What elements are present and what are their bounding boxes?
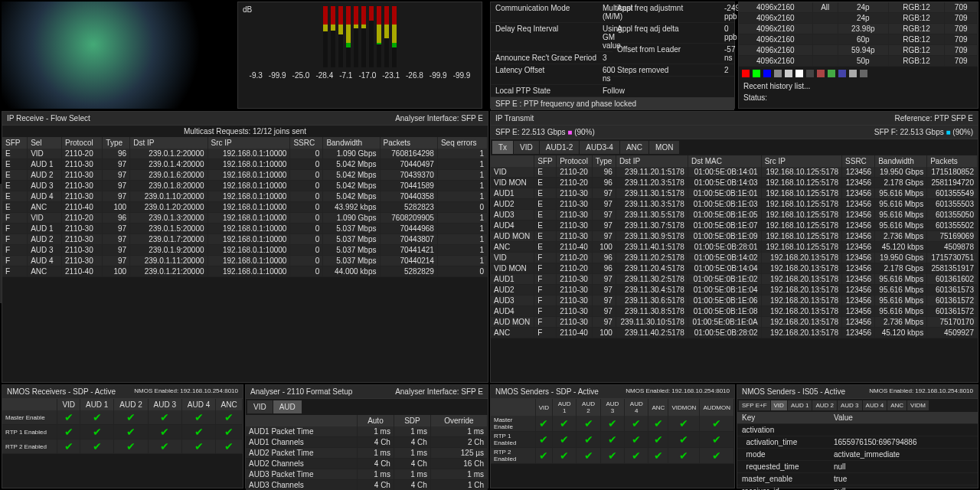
- check-icon: ✔: [224, 411, 234, 423]
- tab-anc[interactable]: ANC: [887, 400, 906, 410]
- format-row[interactable]: 4096x216060pRGB:12709: [739, 34, 978, 45]
- format-row[interactable]: 4096x216023.98pRGB:12709: [739, 24, 978, 34]
- ip-transmit-panel: IP TransmitReference: PTP SFP E SFP E: 2…: [490, 111, 978, 383]
- check-icon: ✔: [608, 417, 617, 430]
- tab-vidm[interactable]: VIDM: [907, 400, 929, 410]
- check-icon: ✔: [712, 433, 721, 446]
- tx-row[interactable]: VIDF2110-2096239.11.20.2:517801:00:5E:0B…: [491, 253, 978, 263]
- check-icon: ✔: [194, 426, 204, 438]
- tx-row[interactable]: AUD2E2110-3097239.11.30.3:517801:00:5E:0…: [491, 199, 978, 210]
- flow-row[interactable]: EAUD 42110-3097239.0.1.10:20000192.168.0…: [2, 191, 488, 202]
- db-label: dB: [243, 5, 252, 14]
- nmos-receivers-panel: NMOS Receivers - SDP - ActiveNMOS Enable…: [2, 384, 243, 488]
- check-icon: ✔: [194, 411, 204, 423]
- iptx-title: IP Transmit: [495, 114, 534, 122]
- check-icon: ✔: [679, 433, 688, 446]
- format-row[interactable]: 4096x216024pRGB:12709: [739, 13, 978, 24]
- format-row[interactable]: 4096x2160All24pRGB:12709: [739, 2, 978, 13]
- audio-meter: [392, 6, 397, 67]
- format-row[interactable]: AUD1 Channels4 Ch4 Ch2 Ch: [246, 437, 488, 448]
- status-label: Status:: [739, 92, 978, 103]
- check-icon: ✔: [560, 433, 569, 446]
- tx-row[interactable]: ANCF2110-40100239.11.40.2:517801:00:5E:0…: [491, 328, 978, 338]
- audio-meter: [331, 6, 335, 67]
- history-dropdown[interactable]: Recent history list...: [739, 80, 978, 92]
- iprecv-table: SFPSelProtocolTypeDst IPSrc IPSSRCBandwi…: [2, 137, 488, 277]
- check-icon: ✔: [654, 417, 663, 430]
- tx-row[interactable]: AUD4E2110-3097239.11.30.7:517801:00:5E:0…: [491, 220, 978, 231]
- check-icon: ✔: [712, 449, 721, 462]
- format-row[interactable]: 4096x216050pRGB:12709: [739, 56, 978, 67]
- multicast-status: Multicast Requests: 12/12 joins sent: [2, 126, 488, 137]
- audio-meter: [346, 6, 351, 67]
- format-row[interactable]: AUD1 Packet Time1 ms1 ms1 ms: [246, 426, 488, 437]
- tab-aud[interactable]: AUD: [273, 400, 302, 413]
- format-row[interactable]: AUD2 Channels4 Ch4 Ch16 Ch: [246, 459, 488, 469]
- tx-row[interactable]: AUD1E2110-3097239.11.30.1:517801:00:5E:0…: [491, 188, 978, 199]
- check-icon: ✔: [584, 417, 593, 430]
- check-icon: ✔: [712, 417, 721, 430]
- color-swatches: [739, 67, 978, 80]
- check-icon: ✔: [539, 417, 548, 430]
- is05-panel: NMOS Senders - IS05 - ActiveNMOS Enabled…: [737, 384, 978, 488]
- tx-row[interactable]: VID MONE2110-2096239.11.20.3:517801:00:5…: [491, 178, 978, 188]
- flow-row[interactable]: EAUD 12110-3097239.0.1.4:20000192.168.0.…: [2, 159, 488, 170]
- tab-tx[interactable]: Tx: [492, 141, 513, 154]
- format-row[interactable]: AUD3 Channels4 Ch4 Ch1 Ch: [246, 480, 488, 491]
- iprecv-iface: Analyser Interface: SFP E: [395, 114, 483, 122]
- tx-row[interactable]: AUD3E2110-3097239.11.30.5:517801:00:5E:0…: [491, 210, 978, 220]
- tab-aud 2[interactable]: AUD 2: [812, 400, 837, 410]
- nmos-senders-panel: NMOS Senders - SDP - ActiveNMOS Enabled:…: [490, 384, 735, 488]
- tab-sfp e+f[interactable]: SFP E+F: [739, 400, 770, 410]
- audio-meter: [323, 6, 328, 67]
- check-icon: ✔: [126, 426, 136, 438]
- tab-aud3-4[interactable]: AUD3-4: [580, 141, 619, 154]
- check-icon: ✔: [64, 426, 74, 438]
- tab-vid[interactable]: VID: [514, 141, 539, 154]
- check-icon: ✔: [126, 411, 136, 423]
- format-row[interactable]: AUD3 Packet Time1 ms1 ms1 ms: [246, 469, 488, 480]
- flow-row[interactable]: FAUD 22110-3097239.0.1.7:20000192.168.0.…: [2, 234, 488, 245]
- format-row[interactable]: 4096x216059.94pRGB:12709: [739, 45, 978, 56]
- tab-aud 3[interactable]: AUD 3: [838, 400, 862, 410]
- flow-row[interactable]: EAUD 32110-3097239.0.1.8:20000192.168.0.…: [2, 181, 488, 191]
- flow-row[interactable]: EVID2110-2096239.0.1.2:20000192.168.0.1:…: [2, 149, 488, 159]
- iprecv-title: IP Receive - Flow Select: [7, 114, 90, 122]
- audio-meter: [354, 6, 358, 67]
- formats-panel: 4096x2160All24pRGB:127094096x216024pRGB:…: [738, 2, 978, 109]
- flow-row[interactable]: EAUD 22110-3097239.0.1.6:20000192.168.0.…: [2, 170, 488, 181]
- tx-row[interactable]: AUD4F2110-3097239.11.30.8:517801:00:5E:0…: [491, 306, 978, 317]
- flow-row[interactable]: FAUD 12110-3097239.0.1.5:20000192.168.0.…: [2, 224, 488, 234]
- check-icon: ✔: [608, 433, 617, 446]
- flow-row[interactable]: FVID2110-2096239.0.1.3:20000192.168.0.1:…: [2, 213, 488, 224]
- check-icon: ✔: [64, 411, 74, 423]
- flow-row[interactable]: EANC2110-40100239.0.1.20:20000192.168.0.…: [2, 202, 488, 213]
- tab-anc[interactable]: ANC: [620, 141, 648, 154]
- check-icon: ✔: [160, 426, 169, 438]
- format-row[interactable]: AUD2 Packet Time1 ms1 ms125 µs: [246, 448, 488, 459]
- tx-row[interactable]: AUD1F2110-3097239.11.30.2:517801:00:5E:0…: [491, 274, 978, 285]
- audio-meter: [369, 6, 374, 67]
- check-icon: ✔: [654, 449, 663, 462]
- tx-row[interactable]: AUD MONF2110-3097239.11.30.10:517801:00:…: [491, 317, 978, 328]
- earth-preview: [2, 2, 231, 109]
- flow-row[interactable]: FAUD 32110-3097239.0.1.9:20000192.168.0.…: [2, 245, 488, 256]
- tx-row[interactable]: VIDE2110-2096239.11.20.1:517801:00:5E:0B…: [491, 167, 978, 178]
- tx-row[interactable]: AUD3F2110-3097239.11.30.6:517801:00:5E:0…: [491, 296, 978, 306]
- tab-mon[interactable]: MON: [649, 141, 679, 154]
- check-icon: ✔: [539, 433, 548, 446]
- analyser-panel: Analyser - 2110 Format SetupAnalyser Int…: [245, 384, 488, 488]
- tx-row[interactable]: VID MONF2110-2096239.11.20.4:517801:00:5…: [491, 263, 978, 274]
- flow-row[interactable]: FAUD 42110-3097239.0.1.11:20000192.168.0…: [2, 256, 488, 266]
- ptp-status: SFP E : PTP frequency and phase locked: [491, 97, 734, 110]
- tab-aud 1[interactable]: AUD 1: [788, 400, 812, 410]
- tx-row[interactable]: AUD2F2110-3097239.11.30.4:517801:00:5E:0…: [491, 285, 978, 296]
- tab-vid[interactable]: VID: [771, 400, 787, 410]
- tab-vid[interactable]: VID: [247, 400, 273, 413]
- check-icon: ✔: [632, 433, 641, 446]
- tx-row[interactable]: AUD MONE2110-3097239.11.30.9:517801:00:5…: [491, 231, 978, 242]
- tx-row[interactable]: ANCE2110-40100239.11.40.1:517801:00:5E:0…: [491, 242, 978, 253]
- flow-row[interactable]: FANC2110-40100239.0.1.21:20000192.168.0.…: [2, 266, 488, 277]
- tab-aud 4[interactable]: AUD 4: [863, 400, 887, 410]
- tab-aud1-2[interactable]: AUD1-2: [540, 141, 580, 154]
